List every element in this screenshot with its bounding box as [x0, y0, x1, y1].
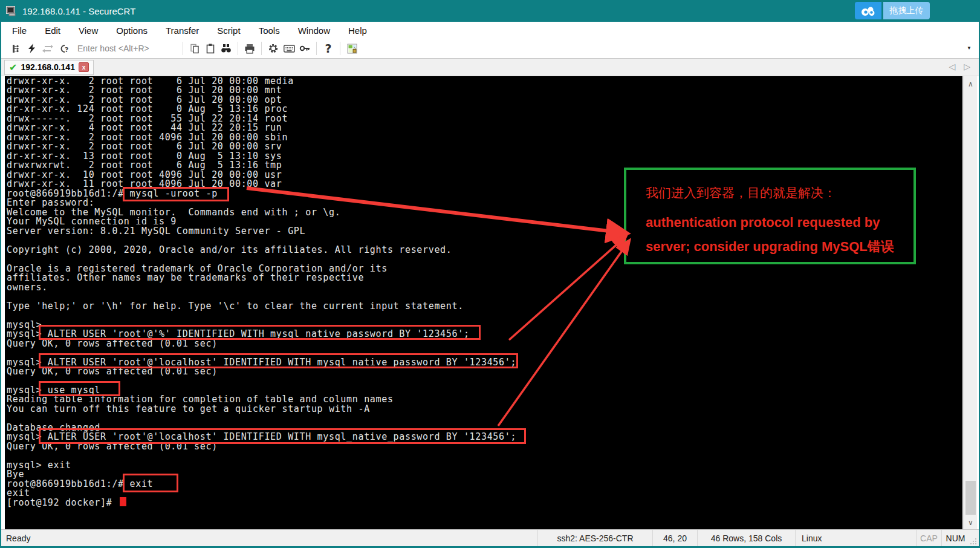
status-emulation: Linux [795, 530, 862, 546]
menu-help[interactable]: Help [348, 25, 367, 36]
keymap-editor-icon[interactable] [281, 41, 297, 56]
tab-scroll-left-icon[interactable]: ◁ [949, 62, 955, 71]
key-generator-icon[interactable] [297, 41, 313, 56]
disconnect-icon[interactable]: ? [56, 41, 71, 56]
note-line-error-1: authentication protocol requested by [646, 210, 913, 235]
annotation-box-exit-command [123, 474, 178, 492]
host-input[interactable]: Enter host <Alt+R> [77, 44, 174, 53]
drag-upload-button[interactable]: 拖拽上传 [883, 2, 930, 19]
toolbar-separator [316, 42, 317, 55]
status-caps-indicator: CAP [916, 530, 941, 546]
securecrt-app-icon [6, 6, 18, 16]
scrollbar-thumb[interactable] [965, 481, 976, 515]
menu-options[interactable]: Options [116, 25, 148, 36]
annotation-box-alter-user-percent [39, 325, 481, 340]
menu-script[interactable]: Script [217, 25, 240, 36]
color-scheme-icon[interactable] [344, 41, 360, 56]
status-ready: Ready [1, 533, 537, 543]
annotation-note-box: 我们进入到容器，目的就是解决： authentication protocol … [624, 168, 916, 264]
menu-file[interactable]: File [12, 25, 27, 36]
menu-window[interactable]: Window [298, 25, 330, 36]
status-cursor-position: 46, 20 [652, 530, 697, 546]
cloud-icon [860, 5, 876, 16]
menu-edit[interactable]: Edit [45, 25, 60, 36]
toolbar-separator [183, 42, 183, 55]
netdisk-overlay: 拖拽上传 [855, 2, 930, 19]
session-manager-icon[interactable] [8, 41, 24, 56]
status-protocol: ssh2: AES-256-CTR [537, 530, 652, 546]
securecrt-window: 192.168.0.141 - SecureCRT 拖拽上传 File Edit… [0, 0, 980, 548]
session-options-gear-icon[interactable] [265, 41, 281, 56]
tab-bar: ✔ 192.168.0.141 x ◁ ▷ [1, 59, 979, 76]
reconnect-icon[interactable] [40, 41, 56, 56]
menu-view[interactable]: View [79, 25, 98, 36]
scrollbar-down-icon[interactable]: ∨ [964, 518, 978, 527]
tab-scroll-right-icon[interactable]: ▷ [964, 62, 970, 71]
find-icon[interactable] [218, 41, 234, 56]
help-icon[interactable]: ? [320, 41, 336, 56]
tab-label: 192.168.0.141 [21, 62, 75, 72]
toolbar-separator [340, 42, 340, 55]
toolbar-overflow-icon[interactable]: ▼ [967, 45, 972, 51]
copy-icon[interactable] [187, 41, 203, 56]
quick-connect-icon[interactable] [24, 41, 40, 56]
note-line-error-2: server; consider upgrading MySQL错误 [646, 235, 913, 259]
print-icon[interactable] [242, 41, 258, 56]
annotation-box-mysql-login-command [123, 187, 229, 201]
tab-close-icon[interactable]: x [79, 62, 89, 72]
annotation-box-alter-user-localhost-2 [39, 428, 526, 444]
status-terminal-size: 46 Rows, 158 Cols [697, 530, 795, 546]
terminal-area: drwxr-xr-x. 2 root root 6 Jul 20 00:00 m… [1, 76, 979, 529]
status-num-indicator: NUM [941, 530, 969, 546]
toolbar-separator [238, 42, 238, 55]
session-tab[interactable]: ✔ 192.168.0.141 x [4, 60, 94, 75]
paste-icon[interactable] [203, 41, 218, 56]
connected-check-icon: ✔ [9, 62, 17, 73]
svg-text:?: ? [65, 46, 68, 54]
scrollbar-up-icon[interactable]: ∧ [964, 80, 978, 88]
menu-transfer[interactable]: Transfer [166, 25, 199, 36]
resize-grip[interactable] [969, 530, 979, 546]
netdisk-cloud-button[interactable] [855, 2, 881, 19]
annotation-box-use-mysql [39, 381, 120, 396]
status-bar: Ready ssh2: AES-256-CTR 46, 20 46 Rows, … [1, 529, 979, 546]
menu-bar: File Edit View Options Transfer Script T… [1, 22, 979, 39]
toolbar-separator [261, 42, 262, 55]
title-bar: 192.168.0.141 - SecureCRT 拖拽上传 [1, 0, 979, 22]
annotation-box-alter-user-localhost-1 [39, 353, 518, 368]
menu-tools[interactable]: Tools [259, 25, 280, 36]
note-line-chinese: 我们进入到容器，目的就是解决： [646, 184, 913, 201]
window-title: 192.168.0.141 - SecureCRT [22, 6, 135, 16]
toolbar: ? Enter host <Alt+R> [1, 39, 979, 59]
terminal-scrollbar[interactable]: ∧ ∨ [963, 76, 977, 529]
terminal-cursor [120, 497, 126, 506]
